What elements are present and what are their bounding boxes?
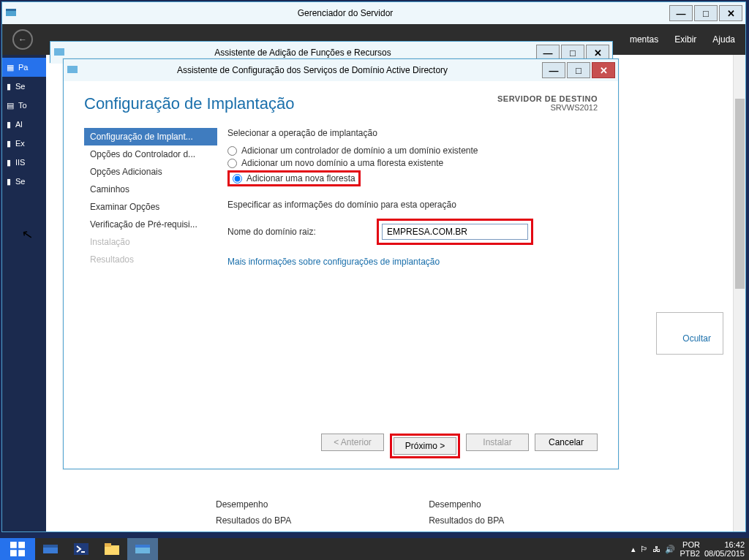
server-manager-titlebar[interactable]: Gerenciador do Servidor — □ ✕ bbox=[2, 2, 745, 24]
maximize-button[interactable]: □ bbox=[567, 62, 590, 78]
start-button[interactable] bbox=[0, 538, 35, 560]
svg-rect-5 bbox=[18, 542, 25, 548]
nav-item-ex[interactable]: ▮Ex bbox=[2, 134, 46, 153]
tray-time: 16:42 bbox=[724, 540, 745, 549]
menu-tools[interactable]: mentas bbox=[630, 34, 658, 45]
radio-add-new-forest[interactable]: Adicionar uma nova floresta bbox=[233, 173, 355, 183]
tray-clock[interactable]: 16:42 08/05/2015 bbox=[704, 540, 745, 558]
more-info-link[interactable]: Mais informações sobre configurações de … bbox=[227, 245, 598, 273]
radio-add-domain-existing-forest[interactable]: Adicionar um novo domínio a uma floresta… bbox=[227, 158, 598, 168]
radio-label-1: Adicionar um controlador de domínio a um… bbox=[241, 145, 478, 156]
perf-label-2: Desempenho bbox=[429, 499, 504, 510]
nav-label: IIS bbox=[15, 158, 25, 167]
radio-input-1[interactable] bbox=[227, 146, 237, 156]
nav-label: Pa bbox=[18, 63, 28, 72]
close-button[interactable]: ✕ bbox=[719, 5, 742, 21]
adds-wizard-title: Assistente de Configuração dos Serviços … bbox=[84, 65, 541, 75]
wizard-heading: Configuração de Implantação bbox=[84, 94, 294, 113]
step-review[interactable]: Examinar Opções bbox=[84, 198, 217, 216]
close-button[interactable]: ✕ bbox=[592, 62, 615, 78]
task-explorer[interactable] bbox=[97, 538, 127, 560]
minimize-button[interactable]: — bbox=[669, 5, 693, 21]
card-col-1: Desempenho Resultados do BPA bbox=[216, 499, 291, 526]
nav-label: Se bbox=[15, 177, 25, 186]
scrollbar[interactable] bbox=[733, 55, 745, 531]
svg-rect-4 bbox=[10, 542, 17, 548]
nav-item-all[interactable]: ▤To bbox=[2, 96, 46, 115]
wizard-icon bbox=[67, 64, 80, 77]
menu-help[interactable]: Ajuda bbox=[712, 34, 735, 45]
tray-network-icon[interactable]: 🖧 bbox=[652, 545, 660, 553]
prev-button: < Anterior bbox=[321, 434, 384, 451]
cancel-button[interactable]: Cancelar bbox=[535, 434, 598, 451]
task-powershell[interactable] bbox=[66, 538, 97, 560]
task-server-manager[interactable] bbox=[35, 538, 66, 560]
radio-input-3[interactable] bbox=[233, 174, 242, 183]
step-dc-options[interactable]: Opções do Controlador d... bbox=[84, 145, 217, 163]
maximize-button[interactable]: □ bbox=[694, 5, 718, 21]
step-paths[interactable]: Caminhos bbox=[84, 181, 217, 198]
tray-date: 08/05/2015 bbox=[704, 549, 745, 558]
step-deployment-config[interactable]: Configuração de Implant... bbox=[84, 128, 217, 145]
server-manager-icon bbox=[5, 7, 18, 20]
nav-item-ad[interactable]: ▮Al bbox=[2, 115, 46, 134]
tray-lang-por: POR bbox=[682, 540, 700, 549]
nav-item-se2[interactable]: ▮Se bbox=[2, 172, 46, 191]
svg-rect-7 bbox=[18, 550, 25, 556]
nav-item-dashboard[interactable]: ▦Pa bbox=[2, 58, 46, 77]
card-row: Desempenho Resultados do BPA Desempenho … bbox=[216, 499, 504, 526]
svg-rect-6 bbox=[10, 550, 17, 556]
minimize-button[interactable]: — bbox=[542, 62, 565, 78]
nav-item-iis[interactable]: ▮IIS bbox=[2, 153, 46, 172]
perf-label: Desempenho bbox=[216, 499, 291, 510]
operation-group-title: Selecionar a operação de implantação bbox=[227, 128, 598, 138]
svg-rect-9 bbox=[43, 545, 58, 548]
adds-wizard-window: Assistente de Configuração dos Serviços … bbox=[63, 58, 619, 469]
svg-rect-2 bbox=[54, 48, 64, 56]
nav-label: Ex bbox=[15, 139, 25, 148]
add-roles-title: Assistente de Adição de Funções e Recurs… bbox=[71, 48, 535, 58]
server-manager-nav: ▦Pa ▮Se ▤To ▮Al ▮Ex ▮IIS ▮Se bbox=[2, 55, 46, 531]
highlight-domain-input bbox=[377, 219, 533, 245]
desktop: Gerenciador do Servidor — □ ✕ ← mentas E… bbox=[0, 0, 749, 560]
nav-label: Se bbox=[15, 82, 25, 91]
root-domain-label: Nome do domínio raiz: bbox=[227, 227, 366, 237]
highlight-radio-new-forest: Adicionar uma nova floresta bbox=[227, 170, 361, 186]
radio-add-dc-existing-domain[interactable]: Adicionar um controlador de domínio a um… bbox=[227, 145, 598, 156]
step-results: Resultados bbox=[84, 251, 217, 268]
scroll-thumb[interactable] bbox=[735, 99, 745, 289]
bpa-label: Resultados do BPA bbox=[216, 515, 291, 526]
step-additional[interactable]: Opções Adicionais bbox=[84, 163, 217, 181]
back-button[interactable]: ← bbox=[12, 29, 33, 50]
ocultar-box[interactable]: Ocultar bbox=[656, 312, 723, 355]
task-server-manager-active[interactable] bbox=[127, 538, 158, 560]
step-prereq[interactable]: Verificação de Pré-requisi... bbox=[84, 216, 217, 233]
tray-up-icon[interactable]: ▴ bbox=[631, 545, 636, 554]
radio-label-2: Adicionar um novo domínio a uma floresta… bbox=[241, 158, 443, 168]
system-tray: ▴ 🏳 🖧 🔊 POR PTB2 16:42 08/05/2015 bbox=[631, 540, 749, 558]
root-domain-input[interactable] bbox=[382, 224, 528, 240]
next-button[interactable]: Próximo > bbox=[394, 437, 456, 455]
adds-wizard-titlebar[interactable]: Assistente de Configuração dos Serviços … bbox=[64, 59, 618, 81]
tray-flag-icon[interactable]: 🏳 bbox=[640, 545, 648, 553]
wizard-body: Configuração de Implantação SERVIDOR DE … bbox=[64, 81, 618, 469]
wizard-steps: Configuração de Implant... Opções do Con… bbox=[84, 128, 217, 425]
root-domain-row: Nome do domínio raiz: bbox=[227, 219, 598, 245]
wizard-form: Selecionar a operação de implantação Adi… bbox=[217, 128, 598, 425]
dest-value: SRVWS2012 bbox=[497, 103, 598, 112]
step-install: Instalação bbox=[84, 233, 217, 251]
nav-item-local[interactable]: ▮Se bbox=[2, 77, 46, 96]
tray-lang[interactable]: POR PTB2 bbox=[680, 540, 700, 558]
wizard-footer: < Anterior Próximo > Instalar Cancelar bbox=[84, 425, 598, 458]
dest-label: SERVIDOR DE DESTINO bbox=[497, 94, 598, 103]
radio-label-3: Adicionar uma nova floresta bbox=[246, 173, 355, 183]
destination-server: SERVIDOR DE DESTINO SRVWS2012 bbox=[497, 94, 598, 112]
menu-view[interactable]: Exibir bbox=[674, 34, 696, 45]
tray-volume-icon[interactable]: 🔊 bbox=[665, 545, 675, 554]
window-controls-wiz: — □ ✕ bbox=[541, 62, 615, 78]
svg-rect-15 bbox=[135, 545, 150, 548]
radio-input-2[interactable] bbox=[227, 159, 237, 168]
toolbar-menus: mentas Exibir Ajuda bbox=[630, 34, 735, 45]
highlight-next: Próximo > bbox=[390, 434, 460, 458]
svg-rect-13 bbox=[105, 543, 111, 547]
